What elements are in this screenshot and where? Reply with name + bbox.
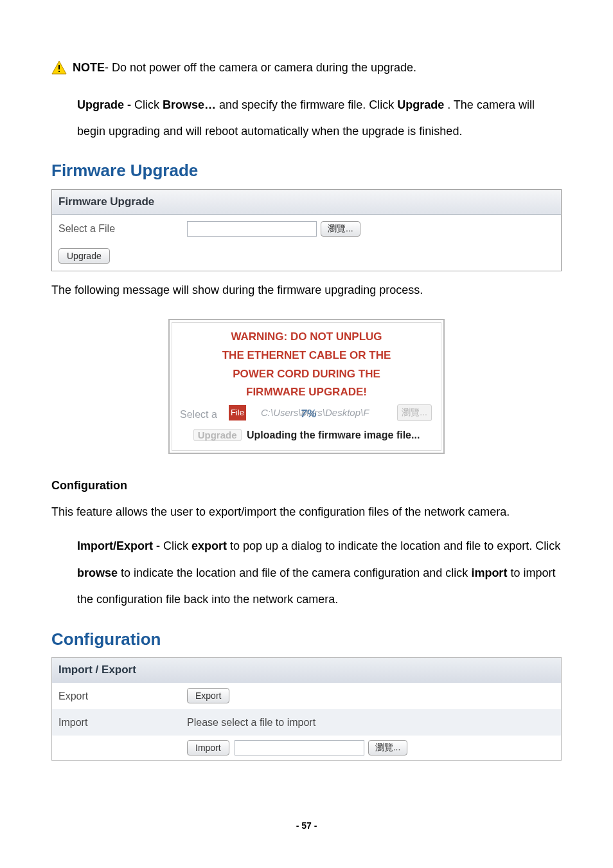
export-row: Export Export <box>52 683 561 709</box>
warn-line-2: THE ETHERNET CABLE OR THE <box>177 348 436 364</box>
import-action-row: Import 瀏覽... <box>52 736 561 760</box>
firmware-panel: Firmware Upgrade Select a File 瀏覽... Upg… <box>51 189 562 271</box>
firmware-subheading: Firmware Upgrade <box>52 190 561 215</box>
configuration-subhead: Configuration <box>51 476 562 496</box>
note-text: - Do not power off the camera or camera … <box>105 58 416 78</box>
uploading-line: Upgrade Uploading the firmware image fil… <box>177 426 436 444</box>
export-button[interactable]: Export <box>187 688 229 703</box>
page-number: - 57 - <box>51 818 562 834</box>
select-file-label: Select a File <box>58 220 187 237</box>
overlay-file: File <box>229 405 246 420</box>
config-heading: Configuration <box>51 625 562 653</box>
warn-line-4: FIRMWARE UPGRADE! <box>177 384 436 401</box>
config-panel: Import / Export Export Export Import Ple… <box>51 657 562 761</box>
file-input[interactable] <box>187 221 317 237</box>
select-file-row: Select a File 瀏覽... <box>52 215 561 242</box>
svg-rect-2 <box>58 71 60 72</box>
warning-icon <box>51 60 67 75</box>
upgrade-paragraph: Upgrade - Click Browse… and specify the … <box>77 92 562 145</box>
browse-button[interactable]: 瀏覽... <box>321 221 360 237</box>
import-file-input[interactable] <box>235 740 364 755</box>
import-row: Import Please select a file to import <box>52 709 561 736</box>
warn-line-3: POWER CORD DURING THE <box>177 366 436 383</box>
warn-line-1: WARNING: DO NOT UNPLUG <box>177 329 436 345</box>
ghost-select-label: Select a <box>180 406 217 423</box>
import-export-paragraph: Import/Export - Click export to pop up a… <box>77 533 562 613</box>
import-button[interactable]: Import <box>187 740 229 755</box>
import-label: Import <box>58 714 187 731</box>
following-message: The following message will show during t… <box>51 280 562 300</box>
config-desc: This feature allows the user to export/i… <box>51 502 562 522</box>
config-subheading: Import / Export <box>52 658 561 683</box>
import-browse-button[interactable]: 瀏覽... <box>368 740 408 755</box>
note-line: NOTE - Do not power off the camera or ca… <box>51 58 562 78</box>
firmware-heading: Firmware Upgrade <box>51 156 562 185</box>
warning-dialog: WARNING: DO NOT UNPLUG THE ETHERNET CABL… <box>168 319 445 454</box>
svg-rect-1 <box>58 65 60 69</box>
ghost-upgrade-btn: Upgrade <box>193 429 242 441</box>
import-msg: Please select a file to import <box>187 714 315 731</box>
ghost-browse: 瀏覽... <box>397 404 432 421</box>
upgrade-button[interactable]: Upgrade <box>58 248 110 264</box>
ghost-row: Select a File C:\Users\Mars\Desktop\F 7%… <box>177 403 436 422</box>
note-label: NOTE <box>73 58 105 78</box>
progress-percent: 7% <box>301 405 317 424</box>
export-label: Export <box>58 687 187 705</box>
